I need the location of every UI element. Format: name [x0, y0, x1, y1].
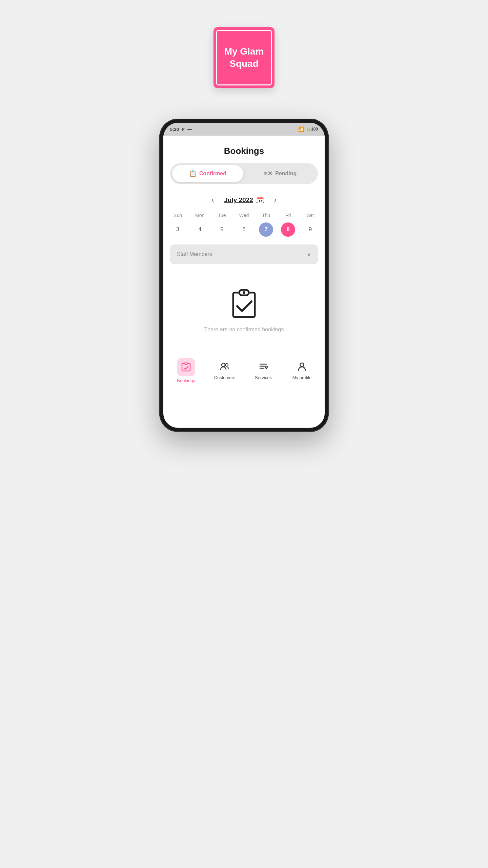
date-4: 4	[193, 222, 207, 237]
tab-confirmed[interactable]: 📋 Confirmed	[172, 165, 243, 182]
next-month-button[interactable]: ›	[271, 194, 280, 206]
svg-rect-0	[233, 293, 255, 317]
indicator: P	[182, 127, 185, 132]
date-cell-9[interactable]: 9	[299, 221, 321, 238]
staff-dropdown[interactable]: Staff Members ∨	[170, 244, 318, 264]
calendar-header: Sun Mon Tue Wed Thu Fri Sat	[163, 211, 325, 219]
logo-text: My GlamSquad	[224, 45, 264, 70]
day-fri: Fri	[277, 211, 299, 219]
svg-rect-4	[185, 362, 187, 364]
date-cell-6[interactable]: 6	[233, 221, 255, 238]
calendar-dates: 3 4 5 6 7 8 9	[163, 221, 325, 238]
svg-point-6	[225, 363, 228, 366]
day-sat: Sat	[299, 211, 321, 219]
date-cell-3[interactable]: 3	[167, 221, 189, 238]
nav-my-profile[interactable]: My profile	[288, 361, 316, 380]
date-cell-7[interactable]: 7	[255, 221, 277, 238]
page-title: Bookings	[163, 142, 325, 163]
staff-label: Staff Members	[177, 251, 212, 257]
nav-bookings[interactable]: Bookings	[172, 358, 200, 383]
app-logo: My GlamSquad	[214, 27, 274, 88]
services-nav-label: Services	[255, 375, 272, 380]
prev-month-button[interactable]: ‹	[208, 194, 217, 206]
day-tue: Tue	[211, 211, 233, 219]
date-5: 5	[215, 222, 229, 237]
empty-state: There are no confirmed bookings	[163, 272, 325, 353]
phone-frame: 5:20 P ••• 📶 🔋100 Bookings 📋 Confirmed ≡…	[159, 119, 329, 432]
date-cell-4[interactable]: 4	[189, 221, 211, 238]
services-nav-icon	[259, 361, 268, 373]
date-9: 9	[303, 222, 317, 237]
date-8: 8	[281, 222, 295, 237]
phone-screen: 5:20 P ••• 📶 🔋100 Bookings 📋 Confirmed ≡…	[163, 123, 325, 428]
bookings-nav-icon	[177, 358, 195, 376]
customers-nav-label: Customers	[214, 375, 236, 380]
confirmed-tab-icon: 📋	[189, 170, 197, 177]
customers-nav-icon	[220, 361, 229, 373]
pending-tab-icon: ≡✕	[264, 170, 273, 177]
date-cell-8[interactable]: 8	[277, 221, 299, 238]
my-profile-nav-label: My profile	[292, 375, 311, 380]
bottom-nav: Bookings Customers	[163, 353, 325, 390]
battery-icon: 🔋100	[306, 127, 318, 132]
pending-tab-label: Pending	[275, 171, 297, 177]
clipboard-check-icon	[227, 286, 261, 320]
date-6: 6	[237, 222, 251, 237]
day-sun: Sun	[167, 211, 189, 219]
bookings-nav-label: Bookings	[177, 378, 195, 383]
my-profile-nav-icon	[297, 361, 307, 373]
screen-content: Bookings 📋 Confirmed ≡✕ Pending ‹ July 2…	[163, 136, 325, 427]
date-7: 7	[259, 222, 273, 237]
tab-switcher: 📋 Confirmed ≡✕ Pending	[170, 163, 318, 184]
wifi-icon: 📶	[298, 126, 304, 132]
month-nav: ‹ July 2022 📅 ›	[163, 191, 325, 211]
status-left: 5:20 P •••	[170, 127, 192, 132]
dots: •••	[187, 127, 192, 132]
tab-pending[interactable]: ≡✕ Pending	[245, 165, 316, 182]
status-right: 📶 🔋100	[298, 126, 318, 132]
day-wed: Wed	[233, 211, 255, 219]
nav-services[interactable]: Services	[250, 361, 277, 380]
day-thu: Thu	[255, 211, 277, 219]
calendar-icon: 📅	[257, 196, 264, 204]
svg-point-2	[243, 291, 245, 294]
date-3: 3	[171, 222, 185, 237]
confirmed-tab-label: Confirmed	[199, 171, 226, 177]
date-cell-5[interactable]: 5	[211, 221, 233, 238]
month-label: July 2022 📅	[224, 196, 264, 204]
bookings-icon-svg	[181, 362, 191, 372]
day-mon: Mon	[189, 211, 211, 219]
nav-customers[interactable]: Customers	[211, 361, 238, 380]
chevron-down-icon: ∨	[307, 251, 311, 258]
time: 5:20	[170, 127, 179, 132]
status-bar: 5:20 P ••• 📶 🔋100	[163, 123, 325, 136]
empty-text: There are no confirmed bookings	[204, 327, 284, 333]
svg-point-10	[300, 363, 304, 367]
svg-point-5	[222, 363, 225, 367]
